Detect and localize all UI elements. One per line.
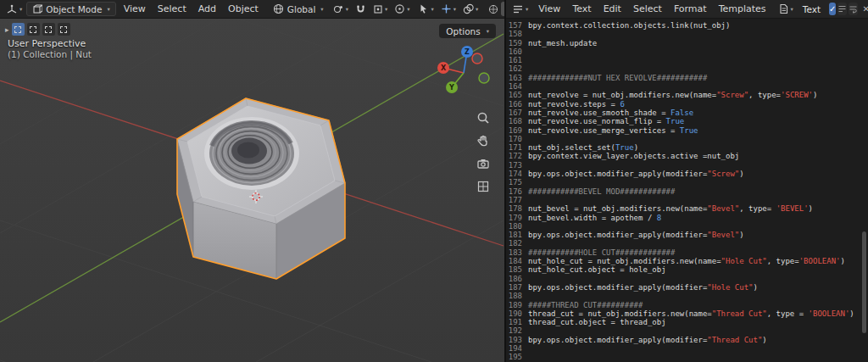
code-line[interactable]: 184nut_hole_cut = nut_obj.modifiers.new(… — [506, 257, 868, 265]
line-numbers-icon — [837, 4, 847, 14]
code-line[interactable]: 180 — [506, 222, 868, 231]
menu-view[interactable]: View — [118, 1, 152, 18]
gizmo-minus-y-axis[interactable] — [479, 73, 489, 83]
code-line[interactable]: 192 — [506, 326, 868, 335]
code-line[interactable]: 173 — [506, 161, 868, 170]
gizmo-toggle-dropdown[interactable]: ▾ — [438, 2, 459, 16]
snap-toggle[interactable] — [353, 2, 369, 16]
pivot-icon — [333, 3, 344, 14]
code-line[interactable]: 182 — [506, 239, 868, 248]
select-mode-extend-button[interactable] — [27, 23, 40, 36]
menu-format[interactable]: Format — [668, 1, 713, 18]
code-line[interactable]: 183###########HOLE CUT############# — [506, 248, 868, 257]
code-line[interactable]: 185nut_hole_cut.object = hole_obj — [506, 265, 868, 274]
gizmo-z-label: Z — [465, 48, 470, 56]
code-line[interactable]: 166nut_revolve.steps = 6 — [506, 100, 868, 109]
code-line[interactable]: 169nut_revolve.use_merge_vertices = True — [506, 126, 868, 135]
code-line[interactable]: 179nut_bevel.width = apothem / 8 — [506, 214, 868, 222]
line-number: 187 — [506, 283, 528, 292]
code-line[interactable]: 186 — [506, 275, 868, 283]
editor-scrollbar[interactable] — [861, 20, 867, 360]
transform-orientation-dropdown[interactable]: Global ▾ — [268, 2, 329, 16]
code-line[interactable]: 181bpy.ops.object.modifier_apply(modifie… — [506, 231, 868, 239]
menu-view[interactable]: View — [532, 1, 566, 18]
code-line[interactable]: 160 — [506, 47, 868, 56]
orthographic-toggle-button[interactable] — [476, 179, 491, 194]
text-datablock-name[interactable]: Text — [798, 4, 826, 14]
code-line[interactable]: 177 — [506, 196, 868, 204]
viewport-canvas[interactable] — [0, 19, 504, 362]
code-line[interactable]: 161 — [506, 56, 868, 64]
menu-select[interactable]: Select — [627, 1, 668, 18]
word-wrap-toggle[interactable] — [849, 3, 858, 15]
navigation-gizmo[interactable]: X Z Y — [435, 44, 494, 103]
code-line[interactable]: 164 — [506, 82, 868, 91]
code-line[interactable]: 158 — [506, 30, 868, 38]
shading-wireframe-button[interactable] — [486, 2, 500, 16]
line-number: 179 — [506, 214, 528, 222]
menu-templates[interactable]: Templates — [713, 1, 772, 18]
code-lines[interactable]: 157bpy.context.collection.objects.link(n… — [506, 19, 868, 362]
code-line[interactable]: 163#############NUT HEX REVOLVE#########… — [506, 74, 868, 82]
code-line[interactable]: 159nut_mesh.update — [506, 39, 868, 47]
code-line[interactable]: 193bpy.ops.object.modifier_apply(modifie… — [506, 336, 868, 344]
live-edit-toggle[interactable]: ✓ — [829, 3, 836, 15]
menu-object[interactable]: Object — [222, 1, 264, 18]
code-line[interactable]: 191thread_cut.object = thread_obj — [506, 318, 868, 326]
code-line[interactable]: 194 — [506, 344, 868, 353]
code-line[interactable]: 168nut_revolve.use_normal_flip = True — [506, 117, 868, 125]
code-line[interactable]: 189#####THREAD CUT########## — [506, 301, 868, 309]
line-number: 182 — [506, 239, 528, 248]
code-line[interactable]: 187bpy.ops.object.modifier_apply(modifie… — [506, 283, 868, 292]
code-line[interactable]: 171nut_obj.select_set(True) — [506, 143, 868, 152]
code-line[interactable]: 174bpy.ops.object.modifier_apply(modifie… — [506, 170, 868, 178]
scrollbar-thumb[interactable] — [862, 231, 866, 333]
menu-edit[interactable]: Edit — [598, 1, 627, 18]
object-mode-dropdown[interactable]: Object Mode ▾ — [26, 2, 115, 16]
pan-button[interactable] — [476, 133, 491, 148]
editor-type-dropdown[interactable]: ▾ — [509, 2, 531, 16]
pivot-point-dropdown[interactable]: ▾ — [331, 2, 351, 16]
menu-select[interactable]: Select — [152, 1, 192, 18]
line-number: 188 — [506, 292, 528, 300]
code-line[interactable]: 176###########BEVEL MOD############ — [506, 187, 868, 196]
toolbar-expand-icon[interactable]: ▸ — [5, 25, 9, 34]
editor-type-dropdown[interactable]: ▾ — [3, 2, 25, 16]
line-numbers-toggle[interactable] — [837, 3, 847, 15]
select-visibility-dropdown[interactable]: ▾ — [415, 2, 436, 16]
zoom-button[interactable] — [476, 110, 491, 125]
code-line[interactable]: 170 — [506, 135, 868, 143]
menu-text[interactable]: Text — [566, 1, 597, 18]
text-datablock-dropdown[interactable]: ▾ — [776, 2, 796, 16]
code-line[interactable]: 165nut_revolve = nut_obj.modifiers.new(n… — [506, 91, 868, 99]
grid-icon — [476, 180, 490, 193]
code-line[interactable]: 190thread_cut = nut_obj.modifiers.new(na… — [506, 309, 868, 318]
code-line[interactable]: 195 — [506, 353, 868, 361]
gizmo-minus-x-axis[interactable] — [472, 53, 482, 64]
word-wrap-icon — [849, 4, 858, 14]
code-area[interactable]: 157bpy.context.collection.objects.link(n… — [506, 19, 868, 362]
overlays-dropdown[interactable]: ▾ — [460, 2, 481, 16]
select-mode-subtract-button[interactable] — [42, 23, 55, 36]
gizmo-y-label: Y — [448, 84, 454, 92]
viewport-3d[interactable]: ▸ User Perspective (1) Collection | Nut … — [0, 19, 504, 362]
line-number: 195 — [506, 353, 528, 361]
snap-settings-dropdown[interactable]: ▾ — [370, 2, 390, 16]
code-line[interactable]: 178nut_bevel = nut_obj.modifiers.new(nam… — [506, 204, 868, 213]
select-mode-intersect-button[interactable] — [58, 23, 70, 36]
nut-object[interactable] — [177, 98, 345, 279]
code-line[interactable]: 188 — [506, 292, 868, 300]
code-line[interactable]: 157bpy.context.collection.objects.link(n… — [506, 21, 868, 30]
code-line[interactable]: 162 — [506, 64, 868, 73]
viewport-nav-buttons — [476, 110, 491, 194]
code-line[interactable]: 175 — [506, 178, 868, 187]
code-line[interactable]: 172bpy.context.view_layer.objects.active… — [506, 152, 868, 160]
code-line[interactable]: 167nut_revolve.use_smooth_shade = False — [506, 109, 868, 117]
options-dropdown[interactable]: Options ▾ — [439, 24, 496, 38]
select-mode-set-button[interactable] — [12, 23, 25, 36]
active-collection-label: (1) Collection | Nut — [8, 49, 92, 60]
unlink-datablock-button[interactable]: ✕ — [860, 4, 868, 14]
proportional-editing-dropdown[interactable]: ▾ — [392, 2, 412, 16]
camera-view-button[interactable] — [476, 156, 491, 171]
menu-add[interactable]: Add — [192, 1, 222, 18]
